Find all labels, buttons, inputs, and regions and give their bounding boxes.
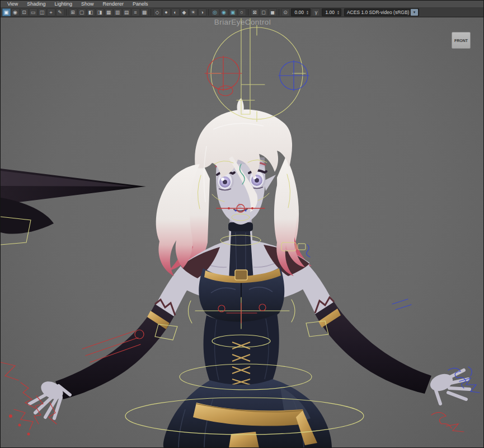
xray-joints-icon[interactable]: ◼ xyxy=(269,8,277,16)
menubar: ViewShadingLightingShowRendererPanels xyxy=(1,1,483,8)
menu-renderer[interactable]: Renderer xyxy=(98,1,128,8)
right-hand-controls-red[interactable] xyxy=(431,412,464,432)
grease-pencil-icon[interactable]: ✎ xyxy=(56,8,64,16)
object-details-icon[interactable]: ▩ xyxy=(140,8,149,16)
panel-toolbar: ▣◉⊡▭◫⌖✎⊞▢◧◨▦▥▤≡▩◇●◐◆☀◑◎◉▣○⊠◻◼ ⊙ 0.00 ▲ ▼… xyxy=(1,8,483,17)
smooth-shade-icon[interactable]: ● xyxy=(162,8,171,16)
spinner-down-icon[interactable]: ▼ xyxy=(306,12,309,15)
toolbar-separator xyxy=(279,9,279,16)
xray-icon[interactable]: ◻ xyxy=(260,8,268,16)
scene-render[interactable] xyxy=(1,17,484,448)
toolbar-separator xyxy=(208,9,209,16)
safe-title-icon[interactable]: ▤ xyxy=(123,8,131,16)
lighting-icon[interactable]: ☀ xyxy=(189,8,198,16)
default-material-icon[interactable]: ◐ xyxy=(171,8,180,16)
character-right-hand xyxy=(427,370,469,404)
colorspace-dropdown[interactable]: ACES 1.0 SDR-video (sRGB) ▼ xyxy=(344,8,419,16)
gamma-icon[interactable]: γ xyxy=(312,8,320,16)
camera-lock-icon[interactable]: ◉ xyxy=(11,8,20,16)
left-hand-dots-red[interactable] xyxy=(9,414,30,436)
gamma-field[interactable]: 1.00 ▲ ▼ xyxy=(322,8,341,16)
gamma-spinner[interactable]: ▲ ▼ xyxy=(337,10,341,15)
ssao-icon[interactable]: ◎ xyxy=(211,8,219,16)
toolbar-separator xyxy=(151,9,151,16)
image-plane-icon[interactable]: ◫ xyxy=(38,8,46,16)
gate-mask-icon[interactable]: ◨ xyxy=(96,8,104,16)
right-forearm-controls-blue[interactable] xyxy=(392,299,411,310)
wireframe-icon[interactable]: ◇ xyxy=(153,8,162,16)
left-eye-control-red[interactable] xyxy=(205,56,242,96)
front-view-button[interactable]: FRONT xyxy=(452,32,471,49)
background-spike-prop[interactable] xyxy=(1,169,146,234)
left-edge-control-red[interactable] xyxy=(1,362,18,380)
toolbar-separator xyxy=(248,9,248,16)
chevron-down-icon[interactable]: ▼ xyxy=(411,9,418,16)
exposure-value[interactable]: 0.00 xyxy=(292,10,306,15)
depth-of-field-icon[interactable]: ○ xyxy=(238,8,246,16)
field-chart-icon[interactable]: ▦ xyxy=(105,8,113,16)
viewport[interactable]: BriarEyeControl FRONT xyxy=(1,17,484,448)
maya-viewport-panel: ViewShadingLightingShowRendererPanels ▣◉… xyxy=(0,0,484,448)
film-gate-icon[interactable]: ▢ xyxy=(78,8,86,16)
grid-icon[interactable]: ⊞ xyxy=(69,8,77,16)
menu-show[interactable]: Show xyxy=(77,1,98,8)
right-eye-control-blue[interactable] xyxy=(279,60,309,91)
spinner-down-icon[interactable]: ▼ xyxy=(337,12,340,15)
colorspace-value: ACES 1.0 SDR-video (sRGB) xyxy=(345,10,411,15)
pan-zoom-icon[interactable]: ⌖ xyxy=(47,8,55,16)
selection-label: BriarEyeControl xyxy=(214,18,271,26)
camera-attributes-icon[interactable]: ⊡ xyxy=(20,8,29,16)
safe-action-icon[interactable]: ▥ xyxy=(114,8,122,16)
toolbar-icons: ▣◉⊡▭◫⌖✎⊞▢◧◨▦▥▤≡▩◇●◐◆☀◑◎◉▣○⊠◻◼ xyxy=(2,8,281,16)
exposure-field[interactable]: 0.00 ▲ ▼ xyxy=(291,8,311,16)
isolate-select-icon[interactable]: ⊠ xyxy=(251,8,259,16)
menu-view[interactable]: View xyxy=(3,1,22,8)
selected-tool-icon[interactable]: ▣ xyxy=(2,8,11,16)
shadows-icon[interactable]: ◑ xyxy=(198,8,206,16)
gamma-value[interactable]: 1.00 xyxy=(322,10,337,15)
textured-icon[interactable]: ◆ xyxy=(180,8,189,16)
menu-panels[interactable]: Panels xyxy=(128,1,153,8)
bookmark-icon[interactable]: ▭ xyxy=(29,8,37,16)
menu-shading[interactable]: Shading xyxy=(22,1,50,8)
exposure-spinner[interactable]: ▲ ▼ xyxy=(306,10,310,15)
exposure-icon[interactable]: ⊙ xyxy=(281,8,290,16)
resolution-gate-icon[interactable]: ◧ xyxy=(87,8,95,16)
menu-lighting[interactable]: Lighting xyxy=(50,1,77,8)
toolbar-separator xyxy=(66,9,67,16)
clavicle-control-blue[interactable] xyxy=(307,245,310,257)
hud-icon[interactable]: ≡ xyxy=(131,8,140,16)
character-model[interactable] xyxy=(30,98,469,448)
anti-aliasing-icon[interactable]: ▣ xyxy=(229,8,237,16)
motion-blur-icon[interactable]: ◉ xyxy=(220,8,228,16)
